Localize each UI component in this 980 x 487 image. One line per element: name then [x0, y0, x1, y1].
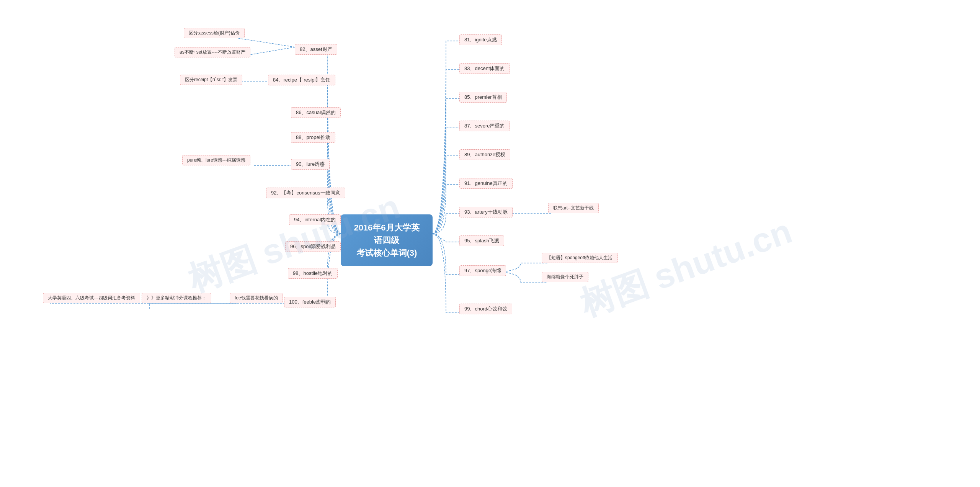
- node-88: 88、propel推动: [291, 132, 335, 143]
- mindmap-container: 树图 shutu.cn 树图 shutu.cn: [0, 0, 980, 487]
- node-96: 96、spoil溺爱战利品: [285, 241, 341, 252]
- node-84: 84、recipe【`resipi】烹饪: [268, 75, 335, 85]
- node-82: 82、asset财产: [295, 44, 337, 55]
- node-100: 100、feeble虚弱的: [284, 297, 336, 307]
- sub-assess: 区分:assess给(财产)估价: [184, 28, 245, 38]
- node-92: 92、【考】consensus一致同意: [266, 188, 345, 198]
- node-85: 85、premier首相: [459, 92, 507, 103]
- sub-sponge2: 海绵就像个死胖子: [542, 272, 588, 282]
- node-87: 87、severe严重的: [459, 121, 510, 131]
- node-95: 95、splash飞溅: [459, 235, 504, 246]
- node-98: 98、hostile地对的: [288, 268, 338, 279]
- sub-bottom2: 》》更多精彩冲分课程推荐：: [142, 293, 211, 303]
- sub-pure-lure: pure纯、lure诱惑---纯属诱惑: [182, 155, 250, 165]
- node-97: 97、sponge海绵: [459, 265, 506, 276]
- node-89: 89、authorize授权: [459, 149, 510, 160]
- node-83: 83、decent体面的: [459, 63, 510, 74]
- watermark-right: 树图 shutu.cn: [574, 208, 799, 328]
- sub-bottom1: 大学英语四、六级考试---四级词汇备考资料: [43, 293, 140, 303]
- node-90: 90、lure诱惑: [291, 159, 330, 170]
- node-91: 91、genuine真正的: [459, 178, 513, 189]
- sub-receipt: 区分receipt【ri`si: t】发票: [180, 75, 242, 85]
- node-94: 94、internal内在的: [289, 214, 341, 225]
- sub-bottom3: fee钱需要花钱看病的: [230, 293, 283, 303]
- node-99: 99、chord心弦和弦: [459, 304, 512, 314]
- sub-sponge1: 【短语】spongeoff依赖他人生活: [542, 253, 618, 263]
- center-node: 2016年6月大学英语四级 考试核心单词(3): [341, 214, 433, 266]
- sub-artery: 联想art--文艺新干线: [548, 203, 599, 213]
- node-93: 93、artery干线动脉: [459, 207, 513, 217]
- node-81: 81、ignite点燃: [459, 34, 502, 45]
- node-86: 86、casual偶然的: [291, 107, 341, 118]
- sub-asset-set: as不断+set放置----不断放置财产: [175, 47, 250, 57]
